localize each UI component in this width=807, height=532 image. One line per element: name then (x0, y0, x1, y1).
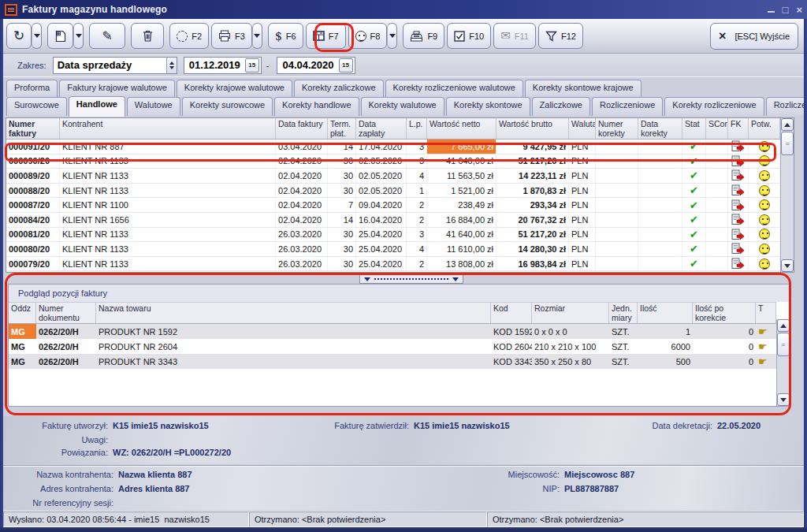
tab[interactable]: Korekty rozliczeniowe (664, 97, 764, 116)
col-header[interactable]: Numer dokumentu (36, 303, 96, 323)
tab[interactable]: Korekty walutowe (361, 97, 444, 116)
tab[interactable]: Zaliczkowe (532, 97, 590, 116)
scroll-thumb[interactable]: = (777, 333, 790, 356)
col-header[interactable]: Term. płat. (328, 118, 356, 139)
col-header[interactable]: Wartość netto (427, 118, 496, 139)
tab[interactable]: Korekty skontowe (446, 97, 530, 116)
scroll-up-button[interactable] (777, 319, 790, 332)
splitter-grip[interactable] (374, 278, 448, 280)
table-row[interactable]: 000088/20 KLIENT NR 1133 02.04.2020 30 0… (6, 184, 780, 199)
smiley-icon (759, 155, 770, 166)
col-header[interactable]: Ilość (638, 303, 693, 323)
table-row[interactable]: 000081/20 KLIENT NR 1133 26.03.2020 30 2… (6, 228, 780, 243)
col-header[interactable]: Oddz (9, 303, 36, 323)
col-header[interactable]: Kod (491, 303, 532, 323)
tab[interactable]: Faktury krajowe walutowe (59, 80, 175, 97)
col-header[interactable]: Numer korekty (596, 118, 638, 139)
col-header[interactable]: FK (728, 118, 749, 139)
delete-button[interactable] (131, 23, 164, 49)
email-f11-button[interactable]: ✉F11 (493, 23, 536, 49)
confirm-f8-button[interactable]: F8 (348, 23, 388, 49)
table-row[interactable]: 000079/20 KLIENT NR 1133 26.03.2020 30 2… (6, 257, 780, 272)
col-header[interactable]: Numer faktury (6, 118, 60, 139)
tab[interactable]: Walutowe (127, 97, 180, 116)
table-row[interactable]: 000091/20 KLIENT NR 887 03.04.2020 14 17… (6, 140, 780, 154)
col-header[interactable]: Nazwa towaru (96, 303, 491, 323)
tab[interactable]: Surowcowe (6, 97, 67, 116)
cell-potwierdzenie (749, 198, 780, 212)
tab[interactable]: Korekty zaliczkowe (294, 80, 384, 97)
detail-table-scrollbar[interactable]: = (776, 319, 790, 406)
date-to-field[interactable]: 04.04.2020 15 (277, 57, 355, 74)
table-row[interactable]: 000089/20 KLIENT NR 1133 02.04.2020 30 0… (6, 169, 780, 184)
table-row[interactable]: 000084/20 KLIENT NR 1656 02.04.2020 14 1… (6, 213, 780, 228)
collapse-down-icon[interactable] (452, 277, 459, 281)
col-header[interactable]: Jedn. miary (609, 303, 638, 323)
col-header[interactable]: Waluta (569, 118, 596, 139)
col-header[interactable]: Data korekty (638, 118, 682, 139)
cash-register-icon (410, 31, 423, 42)
scroll-thumb[interactable]: = (781, 132, 794, 155)
refresh-button[interactable]: ↻ (6, 23, 32, 49)
fiscal-f9-button[interactable]: F9 (403, 23, 444, 49)
scroll-down-button[interactable] (777, 393, 790, 406)
col-header[interactable]: Potw. (749, 118, 780, 139)
col-header[interactable]: SCor (706, 118, 728, 139)
list-item[interactable]: MG 0262/20/H PRODUKT NR 1592 KOD 1592 0 … (9, 324, 776, 339)
col-header[interactable]: Data faktury (276, 118, 328, 139)
range-field-select[interactable]: Data sprzedaży (53, 57, 177, 74)
payments-f6-button[interactable]: $F6 (268, 23, 303, 49)
print-f3-dropdown[interactable] (252, 23, 262, 49)
new-document-dropdown[interactable] (73, 23, 84, 49)
tab[interactable]: Proforma (6, 80, 58, 97)
minimize-button[interactable] (768, 5, 775, 15)
positions-f7-button[interactable]: F7 (306, 23, 346, 49)
scroll-up-button[interactable] (781, 118, 794, 131)
col-header[interactable]: Ilość po korekcie (693, 303, 756, 323)
new-document-button[interactable] (47, 23, 73, 49)
maximize-button[interactable]: □ (783, 5, 789, 15)
table-row[interactable]: 000090/20 KLIENT NR 1133 02.04.2020 30 0… (6, 154, 780, 169)
calendar-icon[interactable]: 15 (245, 58, 259, 73)
tab[interactable]: Handlowe (69, 96, 125, 117)
cell-netto: 41 640,00 zł (427, 228, 496, 242)
cell-nazwa-towaru: PRODUKT NR 3343 (96, 354, 491, 369)
date-from-field[interactable]: 01.12.2019 15 (184, 57, 262, 74)
tab[interactable]: Korekty handlowe (274, 97, 359, 116)
nip-value: PL887887887 (564, 484, 619, 493)
edit-button[interactable]: ✎ (89, 23, 125, 49)
print-f3-button[interactable]: F3 (211, 23, 252, 49)
exit-button[interactable]: × [ESC] Wyjście (710, 23, 798, 50)
spinner-icon[interactable] (166, 58, 177, 73)
tab[interactable]: Rozliczeniowe walutowe (766, 97, 807, 116)
approve-f10-button[interactable]: F10 (447, 23, 491, 49)
filter-f12-button[interactable]: F12 (538, 23, 583, 49)
col-header[interactable]: Rozmiar (532, 303, 609, 323)
status-received-2: Otrzymano: <Brak potwierdzenia> (487, 512, 804, 527)
calendar-icon[interactable]: 15 (339, 58, 353, 73)
close-button[interactable]: × (796, 5, 802, 15)
scroll-down-button[interactable] (781, 259, 794, 272)
confirm-f8-dropdown[interactable] (387, 23, 397, 49)
table-row[interactable]: 000087/20 KLIENT NR 1100 02.04.2020 7 09… (6, 198, 780, 213)
col-header[interactable]: Stat (682, 118, 706, 139)
list-item[interactable]: MG 0262/20/H PRODUKT NR 3343 KOD 3343 35… (9, 354, 776, 369)
table-row[interactable]: 000080/20 KLIENT NR 1133 26.03.2020 30 2… (6, 242, 780, 257)
tab[interactable]: Korekty surowcowe (182, 97, 273, 116)
col-header[interactable]: Wartość brutto (496, 118, 569, 139)
invoice-table-scrollbar[interactable]: = (780, 118, 794, 272)
col-header[interactable]: T (756, 303, 776, 323)
col-header[interactable]: L.p. (407, 118, 427, 139)
col-header[interactable]: Data zapłaty (356, 118, 407, 139)
tab[interactable]: Korekty skontowe krajowe (525, 80, 642, 97)
col-header[interactable]: Kontrahent (60, 118, 276, 139)
list-item[interactable]: MG 0262/20/H PRODUKT NR 2604 KOD 2604 21… (9, 339, 776, 354)
tab[interactable]: Korekty krajowe walutowe (177, 80, 292, 97)
refresh-dropdown[interactable] (32, 23, 42, 49)
funnel-icon (545, 31, 557, 42)
tab[interactable]: Korekty rozliczeniowe walutowe (385, 80, 523, 97)
collapse-up-icon[interactable] (364, 277, 370, 281)
tab[interactable]: Rozliczeniowe (592, 97, 663, 116)
panel-splitter[interactable] (359, 274, 463, 284)
select-f2-button[interactable]: F2 (169, 23, 209, 49)
